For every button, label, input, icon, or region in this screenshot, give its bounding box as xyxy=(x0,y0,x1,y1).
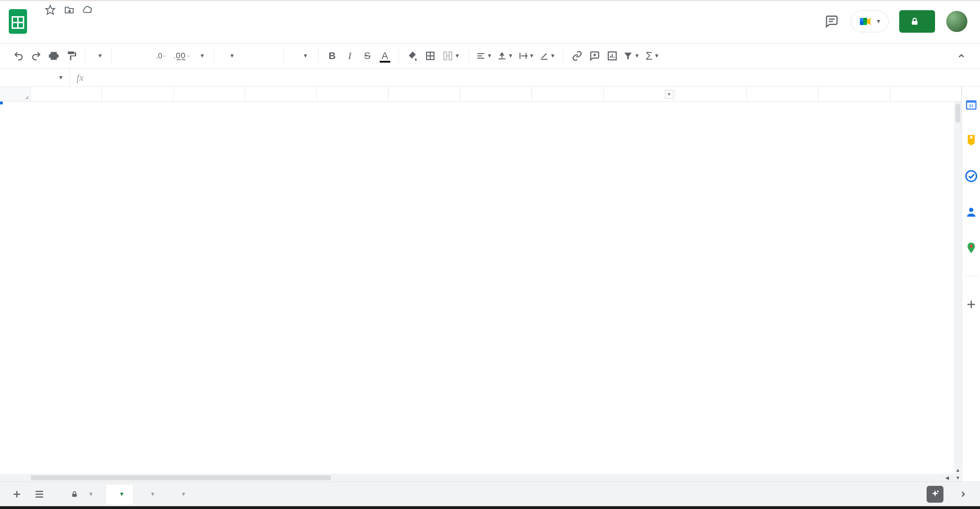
fill-color-button[interactable] xyxy=(404,47,422,65)
horizontal-align-button[interactable]: ▼ xyxy=(474,47,495,65)
menu-edit[interactable] xyxy=(49,20,59,24)
move-icon[interactable] xyxy=(64,5,75,16)
contacts-icon[interactable] xyxy=(964,204,979,220)
menu-tools[interactable] xyxy=(102,20,112,24)
select-all-corner[interactable] xyxy=(0,87,31,101)
keep-icon[interactable] xyxy=(964,132,979,148)
all-sheets-button[interactable] xyxy=(30,484,49,504)
font-size-select[interactable]: ▼ xyxy=(289,53,313,59)
paint-format-button[interactable] xyxy=(62,47,80,65)
insert-comment-button[interactable] xyxy=(586,47,603,65)
column-header[interactable] xyxy=(675,87,747,101)
italic-button[interactable]: I xyxy=(341,47,359,65)
column-header[interactable] xyxy=(532,87,603,101)
column-header[interactable]: ▼ xyxy=(603,87,675,101)
chevron-down-icon: ▼ xyxy=(654,53,660,59)
grid-cells[interactable] xyxy=(0,102,962,474)
svg-point-48 xyxy=(937,490,939,492)
chevron-down-icon: ▼ xyxy=(508,53,514,59)
borders-button[interactable] xyxy=(422,47,439,65)
menu-file[interactable] xyxy=(39,20,48,24)
column-header[interactable] xyxy=(388,87,460,101)
comments-icon[interactable] xyxy=(823,13,840,30)
increase-decimal-button[interactable]: .0̲0̲→ xyxy=(172,47,192,65)
column-dropdown-icon[interactable]: ▼ xyxy=(665,90,673,99)
format-currency-button[interactable] xyxy=(117,47,134,65)
menu-bar xyxy=(31,18,143,24)
chevron-down-icon: ▼ xyxy=(229,53,235,59)
scrollbar-thumb[interactable] xyxy=(31,475,331,480)
column-header[interactable] xyxy=(818,87,890,101)
horizontal-scrollbar[interactable] xyxy=(31,475,608,480)
chevron-down-icon: ▼ xyxy=(876,18,881,25)
text-rotation-button[interactable]: ▼ xyxy=(537,47,558,65)
collapse-toolbar-button[interactable] xyxy=(953,47,970,65)
maps-icon[interactable] xyxy=(964,240,979,255)
scrollbar-thumb[interactable] xyxy=(955,104,960,123)
selection-fill-handle[interactable] xyxy=(0,102,3,104)
svg-point-38 xyxy=(969,208,973,212)
share-button[interactable] xyxy=(899,10,935,33)
more-formats-button[interactable]: ▼ xyxy=(192,53,208,59)
menu-format[interactable] xyxy=(81,20,91,24)
name-box[interactable]: ▼ xyxy=(0,69,70,86)
account-avatar[interactable] xyxy=(946,10,968,33)
column-header[interactable] xyxy=(31,87,102,101)
cloud-status-icon[interactable] xyxy=(83,5,94,16)
column-header[interactable] xyxy=(173,87,245,101)
svg-marker-8 xyxy=(867,18,870,25)
menu-extensions[interactable] xyxy=(112,20,122,24)
cell-selection xyxy=(0,102,2,104)
calendar-icon[interactable]: 31 xyxy=(964,97,979,112)
tasks-icon[interactable] xyxy=(964,168,979,184)
sheet-tab-decor[interactable]: ▼ xyxy=(105,484,134,504)
chevron-down-icon: ▼ xyxy=(119,491,125,498)
hide-side-panel-button[interactable] xyxy=(953,484,973,504)
redo-button[interactable] xyxy=(27,47,45,65)
svg-point-39 xyxy=(970,245,973,248)
merge-cells-button[interactable]: ▼ xyxy=(439,47,464,65)
decrease-decimal-button[interactable]: .0← xyxy=(152,47,172,65)
scroll-left-icon[interactable]: ◀ xyxy=(942,474,952,482)
explore-button[interactable] xyxy=(927,486,943,503)
text-wrap-button[interactable]: ▼ xyxy=(516,47,537,65)
font-family-select[interactable]: ▼ xyxy=(219,53,278,59)
format-percent-button[interactable] xyxy=(134,47,152,65)
menu-insert[interactable] xyxy=(70,20,80,24)
add-on-plus-icon[interactable] xyxy=(964,297,979,312)
svg-marker-4 xyxy=(46,6,55,14)
scroll-up-icon[interactable]: ▲ xyxy=(954,466,962,474)
sheets-logo[interactable] xyxy=(5,4,31,39)
svg-rect-9 xyxy=(860,18,863,21)
undo-button[interactable] xyxy=(10,47,27,65)
insert-chart-button[interactable] xyxy=(603,47,621,65)
scroll-down-icon[interactable]: ▼ xyxy=(954,474,962,482)
meet-button[interactable]: ▼ xyxy=(851,11,889,32)
vertical-scrollbar[interactable]: ▲ ▼ xyxy=(954,102,962,482)
formula-bar-input[interactable] xyxy=(91,69,980,86)
sheet-tab-list[interactable]: ▼ xyxy=(62,484,103,504)
menu-data[interactable] xyxy=(91,20,101,24)
column-header[interactable] xyxy=(747,87,818,101)
column-header[interactable] xyxy=(317,87,388,101)
menu-help[interactable] xyxy=(123,20,133,24)
insert-link-button[interactable] xyxy=(568,47,586,65)
functions-button[interactable]: Σ▼ xyxy=(642,47,663,65)
bold-button[interactable]: B xyxy=(323,47,341,65)
column-header[interactable] xyxy=(102,87,173,101)
column-header[interactable] xyxy=(890,87,962,101)
filter-button[interactable]: ▼ xyxy=(621,47,642,65)
add-sheet-button[interactable] xyxy=(7,484,27,504)
star-icon[interactable] xyxy=(45,5,56,16)
column-header[interactable] xyxy=(245,87,317,101)
zoom-select[interactable]: ▼ xyxy=(90,53,107,59)
strikethrough-button[interactable]: S xyxy=(359,47,376,65)
text-color-button[interactable]: A xyxy=(376,47,394,65)
column-header[interactable] xyxy=(460,87,532,101)
sheet-tab-bathroom[interactable]: ▼ xyxy=(136,484,164,504)
menu-view[interactable] xyxy=(60,20,70,24)
print-button[interactable] xyxy=(45,47,62,65)
chevron-down-icon: ▼ xyxy=(529,53,535,59)
sheet-tab-need-to-get[interactable]: ▼ xyxy=(167,484,195,504)
vertical-align-button[interactable]: ▼ xyxy=(495,47,516,65)
